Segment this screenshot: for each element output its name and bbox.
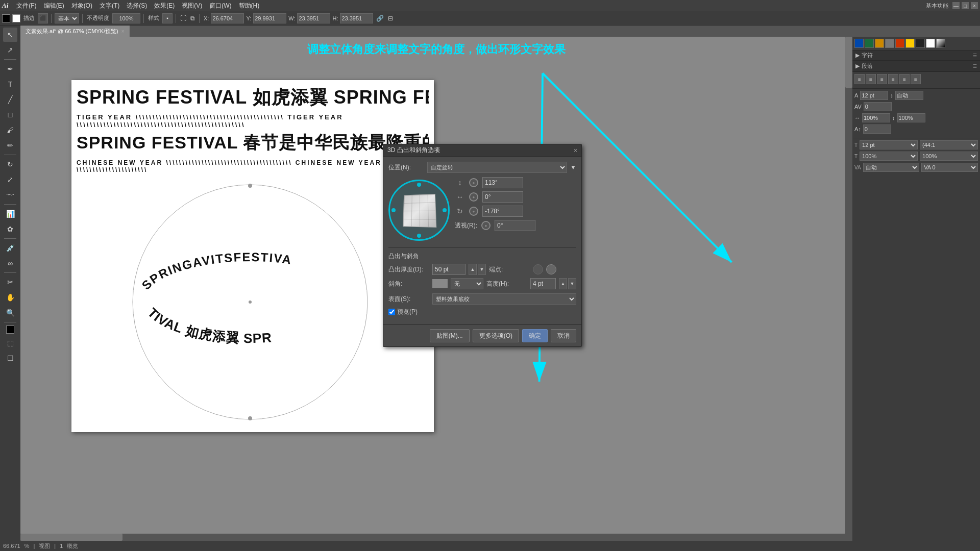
menu-file[interactable]: 文件(F)	[13, 1, 39, 11]
select-tool[interactable]: ↖	[3, 28, 17, 42]
w-input[interactable]	[297, 13, 330, 23]
ok-btn[interactable]: 确定	[522, 329, 548, 342]
symbol-tool[interactable]: ✿	[3, 222, 17, 236]
pt-select-4[interactable]: 100%	[920, 152, 978, 161]
scissors-tool[interactable]: ✂	[3, 275, 17, 289]
align-center-btn[interactable]: ≡	[866, 74, 876, 84]
cancel-btn[interactable]: 联消	[551, 329, 576, 342]
swatch-blue[interactable]	[854, 39, 864, 48]
vertical-scrollbar[interactable]	[845, 37, 852, 534]
handle-bottom[interactable]	[417, 234, 421, 238]
para-menu[interactable]: ☰	[973, 64, 977, 69]
height-input[interactable]	[530, 278, 556, 289]
va-select[interactable]: 自动	[863, 163, 920, 172]
dialog-title-bar[interactable]: 3D 凸出和斜角选项 ×	[383, 144, 581, 157]
minimize-button[interactable]: —	[952, 2, 960, 9]
menu-object[interactable]: 对象(O)	[68, 1, 95, 11]
stroke-swatch[interactable]	[12, 14, 20, 22]
cap-btn1[interactable]	[533, 264, 543, 274]
menu-effect[interactable]: 效果(E)	[151, 1, 178, 11]
scale-v-input[interactable]	[897, 113, 925, 122]
perspective-input[interactable]	[495, 220, 535, 231]
align-right-btn[interactable]: ≡	[877, 74, 887, 84]
rotation-widget[interactable]	[388, 180, 450, 241]
scale-h-input[interactable]	[862, 113, 890, 122]
angle1-circle[interactable]: ●	[469, 178, 478, 187]
line-tool[interactable]: ╱	[3, 92, 17, 107]
depth-up-btn[interactable]: ▲	[469, 264, 477, 275]
menu-view[interactable]: 视图(V)	[179, 1, 205, 11]
height-down-btn[interactable]: ▼	[568, 278, 576, 289]
v-scroll-thumb[interactable]	[845, 37, 852, 88]
handle-left[interactable]	[391, 208, 396, 212]
swatch-red[interactable]	[895, 39, 904, 48]
menu-help[interactable]: 帮助(H)	[236, 1, 263, 11]
taper-select[interactable]: 无	[451, 278, 483, 289]
justify-last-btn[interactable]: ≡	[911, 74, 921, 84]
handle-right[interactable]	[443, 208, 447, 212]
section-menu[interactable]: ☰	[973, 53, 977, 58]
position-select[interactable]: 自定旋转	[427, 162, 567, 173]
pt-select-1[interactable]: 12 pt	[860, 140, 918, 149]
warp-tool[interactable]: 〰	[3, 188, 17, 202]
style-options-btn[interactable]: ▪	[162, 13, 173, 23]
zoom-tool[interactable]: 🔍	[3, 306, 17, 320]
swatch-yellow[interactable]	[905, 39, 915, 48]
perspective-circle[interactable]: ●	[481, 221, 491, 230]
direct-select-tool[interactable]: ↗	[3, 43, 17, 57]
menu-type[interactable]: 文字(T)	[96, 1, 122, 11]
draw-mode-btn[interactable]: ⬚	[3, 336, 17, 350]
swatch-gray1[interactable]	[885, 39, 894, 48]
blend-tool[interactable]: ∞	[3, 256, 17, 270]
h-scroll-thumb[interactable]	[20, 534, 122, 541]
cap-btn2[interactable]	[546, 264, 556, 274]
dialog-close-btn[interactable]: ×	[574, 147, 577, 154]
hand-tool[interactable]: ✋	[3, 290, 17, 305]
menu-edit[interactable]: 编辑(E)	[41, 1, 67, 11]
pt-select-3[interactable]: 100%	[860, 152, 918, 161]
angle2-input[interactable]	[482, 191, 523, 203]
screen-mode-btn[interactable]: ☐	[3, 351, 17, 365]
depth-input[interactable]	[432, 264, 465, 275]
leading-input[interactable]	[895, 91, 923, 100]
maximize-button[interactable]: □	[962, 2, 969, 9]
shape-tool[interactable]: □	[3, 108, 17, 122]
preview-checkbox[interactable]	[388, 309, 395, 315]
angle2-circle[interactable]: ●	[469, 192, 478, 202]
swatch-green[interactable]	[865, 39, 874, 48]
taper-swatch[interactable]	[432, 279, 448, 288]
justify-all-btn[interactable]: ≡	[899, 74, 910, 84]
position-dropdown-icon[interactable]: ▼	[570, 164, 576, 171]
map-btn[interactable]: 贴图(M)...	[430, 329, 470, 342]
align-left-btn[interactable]: ≡	[854, 74, 865, 84]
surface-select[interactable]: 塑料效果底纹	[432, 293, 576, 305]
angle1-input[interactable]	[482, 177, 523, 188]
eyedropper-tool[interactable]: 💉	[3, 241, 17, 255]
h-input[interactable]	[340, 13, 373, 23]
tool-fill-swatch[interactable]	[6, 325, 14, 334]
more-options-btn[interactable]: 更多选项(O)	[473, 329, 519, 342]
pen-tool[interactable]: ✒	[3, 62, 17, 76]
paintbrush-tool[interactable]: 🖌	[3, 123, 17, 137]
va-select2[interactable]: VA 0	[921, 163, 978, 172]
stroke-options-btn[interactable]: ⬛	[38, 13, 48, 23]
menu-window[interactable]: 窗口(W)	[206, 1, 234, 11]
horizontal-scrollbar[interactable]	[20, 534, 852, 541]
swatch-gradient[interactable]	[936, 39, 945, 48]
opacity-input[interactable]	[112, 13, 140, 23]
close-button[interactable]: ×	[971, 2, 978, 9]
active-tab[interactable]: 文素效果.ai* @ 66.67% (CMYK/预览) ×	[20, 26, 130, 37]
handle-top[interactable]	[417, 183, 421, 187]
stroke-weight-select[interactable]: 基本	[55, 13, 79, 23]
menu-select[interactable]: 选择(S)	[124, 1, 150, 11]
tracking-input[interactable]	[864, 102, 892, 111]
graph-tool[interactable]: 📊	[3, 207, 17, 221]
scale-tool[interactable]: ⤢	[3, 172, 17, 187]
angle3-input[interactable]	[482, 206, 523, 217]
y-input[interactable]	[253, 13, 286, 23]
x-input[interactable]	[211, 13, 244, 23]
font-size-input[interactable]	[860, 91, 888, 100]
justify-btn[interactable]: ≡	[888, 74, 898, 84]
swatch-white[interactable]	[926, 39, 935, 48]
swatch-orange[interactable]	[875, 39, 884, 48]
